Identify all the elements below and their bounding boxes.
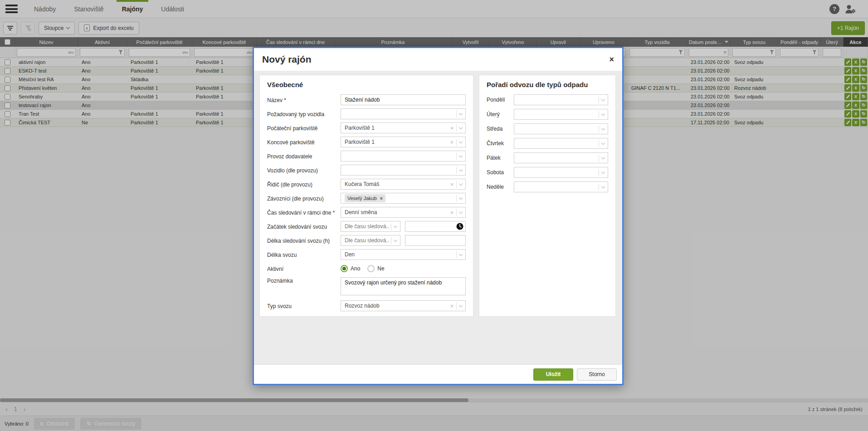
- provoz-dodavatele-select[interactable]: [341, 151, 466, 162]
- chevron-down-icon: [601, 141, 605, 144]
- selected-value: Dle času sledová...: [345, 237, 389, 244]
- app: NádobyStanovištěRajónyUdálosti ?: [0, 0, 868, 431]
- separator: [456, 195, 457, 202]
- chevron-down-icon: [601, 155, 605, 159]
- modal-body: Všeobecné Název *Požadovaný typ vozidlaP…: [254, 71, 622, 364]
- koncove-parkoviste-select[interactable]: Parkoviště 1×: [341, 137, 466, 147]
- modal-footer: Uložit Storno: [254, 364, 622, 384]
- separator: [599, 169, 599, 176]
- day-label-sobota: Sobota: [487, 169, 514, 176]
- radio-option-ano[interactable]: Ano: [341, 265, 360, 272]
- form-row-pocatecni-parkoviste: Počáteční parkovištěParkoviště 1×: [267, 122, 466, 133]
- clock-icon: [456, 223, 463, 230]
- pondeli-select[interactable]: [514, 94, 608, 105]
- field-label-zavoznici-dle-provozu: Závozníci (dle provozu): [267, 195, 341, 202]
- field-label-ridic-dle-provozu: Řidič (dle provozu): [267, 181, 341, 188]
- separator: [599, 184, 599, 191]
- day-row-ctvrtek: Čtvrtek: [487, 138, 608, 149]
- chevron-down-icon: [394, 224, 397, 227]
- radio-selected-icon[interactable]: [341, 265, 348, 272]
- clear-icon[interactable]: ×: [450, 210, 454, 216]
- form-row-nazev: Název *: [267, 94, 466, 105]
- general-heading: Všeobecné: [267, 81, 466, 88]
- zavoznici-dle-provozu-select[interactable]: Veselý Jakub×: [341, 193, 466, 204]
- day-label-nedele: Neděle: [487, 184, 514, 190]
- form-row-zacatek-sledovani-svozu: Začátek sledování svozuDle času sledová.…: [267, 221, 466, 232]
- close-icon[interactable]: ×: [609, 55, 614, 64]
- poznamka-textarea[interactable]: [341, 277, 466, 295]
- chevron-down-icon: [459, 153, 463, 157]
- typ-svozu-select[interactable]: Rozvoz nádob×: [341, 300, 466, 311]
- tag-chip: Veselý Jakub×: [345, 194, 385, 202]
- remove-tag-icon[interactable]: ×: [380, 196, 383, 201]
- chevron-down-icon: [459, 167, 463, 171]
- separator: [456, 303, 457, 309]
- form-row-pozadovany-typ-vozidla: Požadovaný typ vozidla: [267, 108, 466, 119]
- zacatek-sledovani-svozu-time-input[interactable]: [405, 221, 466, 232]
- delka-svozu-select[interactable]: Den: [341, 249, 466, 260]
- cancel-button[interactable]: Storno: [577, 368, 617, 381]
- general-fields: Název *Požadovaný typ vozidlaPočáteční p…: [267, 94, 466, 311]
- field-label-vozidlo-dle-provozu: Vozidlo (dle provozu): [267, 167, 341, 174]
- day-row-nedele: Neděle: [487, 181, 608, 192]
- utery-select[interactable]: [514, 109, 608, 120]
- separator: [391, 237, 391, 244]
- radio-label: Ne: [377, 265, 384, 272]
- vozidlo-dle-provozu-select[interactable]: [341, 165, 466, 176]
- field-label-delka-svozu: Délka svozu: [267, 251, 341, 258]
- tag-label: Veselý Jakub: [347, 196, 377, 201]
- waste-order-heading: Pořadí odvozu dle typů odpadu: [487, 81, 608, 88]
- clear-icon[interactable]: ×: [450, 125, 454, 131]
- chevron-down-icon: [459, 125, 463, 129]
- patek-select[interactable]: [514, 152, 608, 163]
- selected-value: Parkoviště 1: [345, 139, 448, 145]
- selected-value: Parkoviště 1: [345, 125, 448, 131]
- selected-value: Rozvoz nádob: [345, 303, 448, 309]
- delka-sledovani-svozu-value-input[interactable]: [405, 235, 466, 246]
- form-row-ridic-dle-provozu: Řidič (dle provozu)Kučera Tomáš×: [267, 179, 466, 190]
- field-label-typ-svozu: Typ svozu: [267, 303, 341, 309]
- new-rajon-modal: Nový rajón × Všeobecné Název *Požadovaný…: [253, 47, 624, 385]
- delka-sledovani-svozu-mode-select[interactable]: Dle času sledová...: [341, 235, 400, 246]
- zacatek-sledovani-svozu-mode-select[interactable]: Dle času sledová...: [341, 221, 400, 232]
- day-label-ctvrtek: Čtvrtek: [487, 140, 514, 147]
- day-label-utery: Úterý: [487, 111, 514, 118]
- selected-value: Dle času sledová...: [345, 223, 389, 230]
- nedele-select[interactable]: [514, 181, 608, 192]
- aktivni-radio-group: AnoNe: [341, 263, 466, 274]
- form-row-delka-svozu: Délka svozuDen: [267, 249, 466, 260]
- selected-value: Den: [345, 251, 454, 258]
- form-row-zavoznici-dle-provozu: Závozníci (dle provozu)Veselý Jakub×: [267, 193, 466, 204]
- modal-header: Nový rajón ×: [254, 48, 622, 71]
- radio-unselected-icon[interactable]: [367, 265, 375, 272]
- ctvrtek-select[interactable]: [514, 138, 608, 149]
- form-row-cas-sledovani-v-ramci-dne: Čas sledování v rámci dne *Denní směna×: [267, 207, 466, 218]
- pozadovany-typ-vozidla-select[interactable]: [341, 108, 466, 119]
- sobota-select[interactable]: [514, 167, 608, 178]
- radio-option-ne[interactable]: Ne: [367, 265, 384, 272]
- modal-title: Nový rajón: [262, 54, 312, 65]
- ridic-dle-provozu-select[interactable]: Kučera Tomáš×: [341, 179, 466, 190]
- field-label-pozadovany-typ-vozidla: Požadovaný typ vozidla: [267, 111, 341, 118]
- cas-sledovani-v-ramci-dne-select[interactable]: Denní směna×: [341, 207, 466, 218]
- save-button[interactable]: Uložit: [533, 368, 573, 381]
- streda-select[interactable]: [514, 123, 608, 134]
- clear-icon[interactable]: ×: [450, 139, 454, 145]
- separator: [456, 251, 457, 258]
- separator: [599, 111, 599, 118]
- day-row-pondeli: Pondělí: [487, 94, 608, 105]
- nazev-input[interactable]: [341, 94, 466, 105]
- form-row-poznamka: Poznámka: [267, 277, 466, 297]
- field-label-koncove-parkoviste: Koncové parkoviště: [267, 139, 341, 146]
- day-row-sobota: Sobota: [487, 167, 608, 178]
- waste-order-section: Pořadí odvozu dle typů odpadu PondělíÚte…: [479, 75, 616, 317]
- clear-icon[interactable]: ×: [450, 303, 454, 309]
- separator: [456, 153, 457, 160]
- chevron-down-icon: [601, 170, 605, 173]
- clear-icon[interactable]: ×: [450, 181, 454, 187]
- selected-value: Denní směna: [345, 209, 448, 216]
- pocatecni-parkoviste-select[interactable]: Parkoviště 1×: [341, 122, 466, 133]
- day-label-streda: Středa: [487, 126, 514, 132]
- separator: [456, 181, 457, 188]
- separator: [599, 155, 599, 162]
